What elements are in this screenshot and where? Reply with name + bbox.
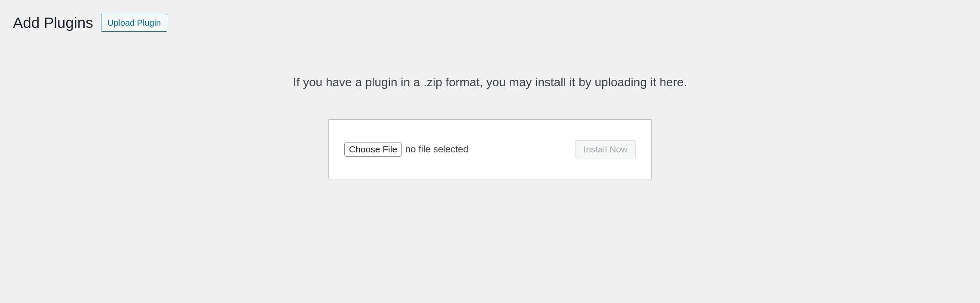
file-input-group: Choose File no file selected bbox=[344, 142, 469, 157]
upload-form: Choose File no file selected Install Now bbox=[328, 119, 652, 179]
page-title: Add Plugins bbox=[13, 13, 93, 33]
file-status-text: no file selected bbox=[405, 144, 469, 155]
install-now-button[interactable]: Install Now bbox=[575, 140, 636, 158]
choose-file-button[interactable]: Choose File bbox=[344, 142, 402, 157]
page-header: Add Plugins Upload Plugin bbox=[13, 13, 967, 33]
upload-plugin-button[interactable]: Upload Plugin bbox=[101, 14, 168, 32]
upload-description: If you have a plugin in a .zip format, y… bbox=[13, 76, 967, 89]
